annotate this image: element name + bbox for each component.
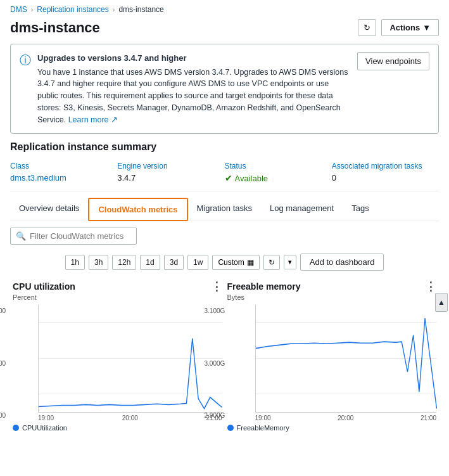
tab-cloudwatch[interactable]: CloudWatch metrics bbox=[88, 198, 187, 221]
filter-input-wrapper: 🔍 bbox=[10, 228, 137, 245]
memory-chart-menu[interactable]: ⋮ bbox=[425, 281, 436, 292]
tab-migration[interactable]: Migration tasks bbox=[188, 198, 261, 221]
add-dashboard-button[interactable]: Add to dashboard bbox=[300, 254, 384, 271]
breadcrumb-sep2: › bbox=[113, 6, 115, 13]
memory-title-text: Freeable memory bbox=[227, 281, 301, 292]
time-12h-button[interactable]: 12h bbox=[112, 255, 136, 270]
page-title: dms-instance bbox=[10, 20, 100, 36]
time-1d-button[interactable]: 1d bbox=[140, 255, 160, 270]
summary-status-label: Status bbox=[225, 162, 332, 170]
memory-chart-legend: FreeableMemory bbox=[227, 424, 437, 432]
cpu-chart-subtitle: Percent bbox=[13, 293, 222, 301]
alert-title: Upgrades to versions 3.4.7 and higher bbox=[37, 52, 351, 65]
alert-learn-more[interactable]: Learn more ↗ bbox=[68, 115, 118, 124]
summary-grid: Class dms.t3.medium Engine version 3.4.7… bbox=[10, 162, 439, 183]
tab-tags[interactable]: Tags bbox=[343, 198, 377, 221]
breadcrumb-current: dms-instance bbox=[118, 5, 163, 14]
memory-chart-title: Freeable memory ⋮ bbox=[227, 281, 437, 292]
time-refresh-button[interactable]: ↻ bbox=[263, 255, 280, 270]
summary-engine: Engine version 3.4.7 bbox=[117, 162, 224, 183]
header-actions: ↻ Actions ▼ bbox=[358, 19, 439, 36]
time-controls: 1h 3h 12h 1d 3d 1w Custom ▦ ↻ ▾ Add to d… bbox=[0, 250, 449, 274]
breadcrumb-sep1: › bbox=[31, 6, 34, 13]
summary-tasks-value: 0 bbox=[332, 173, 439, 183]
summary-class: Class dms.t3.medium bbox=[10, 162, 117, 183]
refresh-button[interactable]: ↻ bbox=[358, 19, 376, 36]
refresh-icon: ↻ bbox=[364, 23, 370, 32]
summary-class-label: Class bbox=[10, 162, 117, 170]
cpu-chart-svg bbox=[39, 305, 222, 412]
breadcrumb-replication-instances[interactable]: Replication instances bbox=[37, 5, 108, 14]
summary-tasks-label: Associated migration tasks bbox=[332, 162, 439, 170]
alert-content: Upgrades to versions 3.4.7 and higher Yo… bbox=[37, 52, 351, 125]
actions-button[interactable]: Actions ▼ bbox=[381, 19, 439, 36]
breadcrumb: DMS › Replication instances › dms-instan… bbox=[0, 0, 449, 16]
actions-dropdown-icon: ▼ bbox=[422, 23, 431, 32]
memory-chart-card: Freeable memory ⋮ Bytes 3.100G 3.000G 2.… bbox=[225, 274, 440, 434]
info-icon: ⓘ bbox=[20, 53, 31, 68]
divider1 bbox=[10, 191, 439, 191]
memory-y-labels: 3.100G 3.000G 2.900G bbox=[205, 305, 225, 421]
search-icon: 🔍 bbox=[16, 231, 26, 241]
summary-engine-label: Engine version bbox=[117, 162, 224, 170]
cpu-chart-card: CPU utilization ⋮ Percent 60.00 40.00 20… bbox=[10, 274, 225, 434]
time-3d-button[interactable]: 3d bbox=[164, 255, 184, 270]
tabs: Overview details CloudWatch metrics Migr… bbox=[10, 198, 439, 221]
summary-tasks: Associated migration tasks 0 bbox=[332, 162, 439, 183]
filter-bar: 🔍 bbox=[10, 228, 439, 245]
memory-legend-dot bbox=[227, 425, 234, 431]
cpu-chart-title: CPU utilization ⋮ bbox=[13, 281, 222, 292]
memory-x-labels: 19:00 20:00 21:00 bbox=[255, 413, 437, 421]
time-1w-button[interactable]: 1w bbox=[187, 255, 208, 270]
memory-chart-wrapper bbox=[255, 305, 437, 413]
cpu-title-text: CPU utilization bbox=[13, 281, 75, 292]
memory-chart-subtitle: Bytes bbox=[227, 293, 437, 301]
cpu-legend-label: CPUUtilization bbox=[22, 424, 67, 432]
tab-log[interactable]: Log management bbox=[261, 198, 343, 221]
view-endpoints-button[interactable]: View endpoints bbox=[357, 52, 429, 70]
cpu-chart-wrapper bbox=[38, 305, 222, 413]
summary-status-value: ✔ Available bbox=[225, 173, 332, 183]
check-icon: ✔ bbox=[225, 173, 232, 183]
page-header: dms-instance ↻ Actions ▼ bbox=[0, 16, 449, 44]
time-custom-button[interactable]: Custom ▦ bbox=[212, 255, 259, 270]
custom-label: Custom bbox=[218, 258, 244, 267]
charts-area: CPU utilization ⋮ Percent 60.00 40.00 20… bbox=[0, 274, 449, 434]
tab-overview[interactable]: Overview details bbox=[10, 198, 88, 221]
cpu-chart-menu[interactable]: ⋮ bbox=[211, 281, 222, 292]
alert-banner: ⓘ Upgrades to versions 3.4.7 and higher … bbox=[10, 44, 439, 134]
filter-cloudwatch-input[interactable] bbox=[30, 231, 131, 241]
summary-title: Replication instance summary bbox=[10, 141, 439, 153]
scroll-up-arrow[interactable]: ▲ bbox=[435, 293, 448, 312]
memory-chart-svg bbox=[256, 305, 437, 412]
breadcrumb-dms[interactable]: DMS bbox=[10, 5, 27, 14]
time-3h-button[interactable]: 3h bbox=[89, 255, 108, 270]
cpu-y-labels: 60.00 40.00 20.00 bbox=[0, 305, 6, 421]
time-dropdown-button[interactable]: ▾ bbox=[284, 255, 296, 269]
summary-status: Status ✔ Available bbox=[225, 162, 332, 183]
summary-section: Replication instance summary Class dms.t… bbox=[10, 141, 439, 183]
cpu-chart-legend: CPUUtilization bbox=[13, 424, 222, 432]
cpu-x-labels: 19:00 20:00 21:00 bbox=[38, 413, 222, 421]
memory-legend-label: FreeableMemory bbox=[237, 424, 289, 432]
calendar-icon: ▦ bbox=[247, 258, 254, 267]
summary-engine-value: 3.4.7 bbox=[117, 173, 224, 183]
time-1h-button[interactable]: 1h bbox=[65, 255, 85, 270]
cpu-legend-dot bbox=[13, 425, 19, 431]
actions-label: Actions bbox=[389, 23, 420, 32]
summary-class-value[interactable]: dms.t3.medium bbox=[10, 173, 66, 183]
